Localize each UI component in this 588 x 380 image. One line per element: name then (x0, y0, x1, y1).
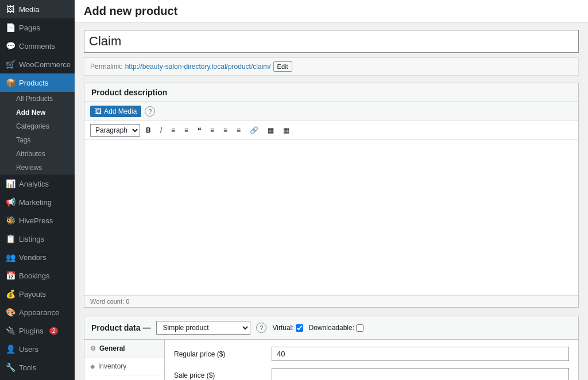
align-right-button[interactable]: ≡ (233, 125, 244, 136)
blockquote-button[interactable]: ❝ (194, 125, 204, 136)
sidebar-item-comments[interactable]: 💬 Comments (0, 37, 75, 55)
editor-footer: Word count: 0 (84, 295, 578, 307)
more-button[interactable]: ▦ (280, 125, 293, 136)
link-button[interactable]: 🔗 (246, 125, 262, 136)
marketing-icon: 📢 (6, 197, 15, 207)
product-data-panel: Product data — Simple product Grouped pr… (84, 316, 579, 380)
sidebar-item-users[interactable]: 👤 Users (0, 340, 75, 358)
product-type-select[interactable]: Simple product Grouped product External/… (156, 321, 250, 335)
permalink-bar: Permalink: http://beauty-salon-directory… (84, 57, 579, 76)
bold-button[interactable]: B (142, 125, 154, 136)
regular-price-row: Regular price ($) (174, 347, 569, 361)
analytics-icon: 📊 (6, 179, 15, 188)
sidebar-item-vendors[interactable]: 👥 Vendors (0, 248, 75, 266)
permalink-url[interactable]: http://beauty-salon-directory.local/prod… (125, 63, 271, 71)
sidebar-item-appearance[interactable]: 🎨 Appearance (0, 303, 75, 321)
sale-price-input[interactable] (272, 368, 569, 380)
tab-general[interactable]: ⚙ General (84, 340, 164, 358)
description-panel-header: Product description (84, 83, 578, 102)
sidebar-item-listings[interactable]: 📋 Listings (0, 230, 75, 248)
sidebar-item-bookings[interactable]: 📅 Bookings (0, 266, 75, 285)
ol-button[interactable]: ≡ (181, 125, 192, 136)
italic-button[interactable]: I (157, 125, 165, 136)
sidebar-item-media[interactable]: 🖼 Media (0, 0, 75, 18)
sidebar-item-tools[interactable]: 🔧 Tools (0, 358, 75, 377)
media-icon: 🖼 (6, 5, 15, 14)
payouts-icon: 💰 (6, 289, 15, 298)
bookings-icon: 📅 (6, 271, 15, 280)
virtual-checkbox-label: Virtual: (272, 324, 303, 332)
align-center-button[interactable]: ≡ (220, 125, 231, 136)
products-icon: 📦 (6, 78, 15, 87)
tab-inventory[interactable]: ◆ Inventory (84, 358, 164, 375)
page-title: Add new product (84, 5, 177, 18)
description-panel: Product description 🖼 Add Media ? Paragr… (84, 83, 579, 308)
plugins-badge: 2 (49, 327, 59, 335)
sidebar-item-payouts[interactable]: 💰 Payouts (0, 285, 75, 303)
permalink-edit-button[interactable]: Edit (273, 61, 292, 72)
sidebar-item-settings[interactable]: ⚙ Settings (0, 377, 75, 380)
paragraph-format-select[interactable]: Paragraph Heading 1 Heading 2 Heading 3 (90, 124, 140, 137)
appearance-icon: 🎨 (6, 308, 15, 317)
editor-body[interactable] (84, 140, 578, 295)
woocommerce-icon: 🛒 (6, 60, 15, 69)
virtual-checkbox[interactable] (296, 324, 303, 332)
product-data-tabs: ⚙ General ◆ Inventory 🔗 Linked Products (84, 340, 165, 380)
regular-price-input[interactable] (272, 347, 569, 361)
submenu-reviews[interactable]: Reviews (0, 161, 75, 175)
add-media-button[interactable]: 🖼 Add Media (90, 106, 141, 117)
ul-button[interactable]: ≡ (168, 125, 179, 136)
product-data-title: Product data — (91, 323, 150, 332)
comments-icon: 💬 (6, 41, 15, 51)
submenu-attributes[interactable]: Attributes (0, 147, 75, 161)
plugins-icon: 🔌 (6, 326, 15, 335)
sidebar-item-marketing[interactable]: 📢 Marketing (0, 193, 75, 211)
downloadable-checkbox[interactable] (356, 324, 363, 332)
product-data-help-icon[interactable]: ? (256, 323, 266, 333)
hivepress-icon: 🐝 (6, 216, 15, 225)
sidebar-item-plugins[interactable]: 🔌 Plugins 2 (0, 321, 75, 340)
description-help-icon[interactable]: ? (145, 106, 155, 117)
add-media-icon: 🖼 (95, 107, 102, 115)
sidebar-item-hivepress[interactable]: 🐝 HivePress (0, 211, 75, 230)
align-left-button[interactable]: ≡ (207, 125, 218, 136)
sidebar-item-pages[interactable]: 📄 Pages (0, 18, 75, 37)
submenu-all-products[interactable]: All Products (0, 92, 75, 106)
topbar: Add new product (75, 0, 588, 23)
sidebar-item-products[interactable]: 📦 Products (0, 73, 75, 92)
pages-icon: 📄 (6, 23, 15, 32)
product-data-content: Regular price ($) Sale price ($) (165, 340, 578, 380)
table-button[interactable]: ▦ (264, 125, 277, 136)
word-count: Word count: 0 (90, 298, 129, 305)
tools-icon: 🔧 (6, 363, 15, 372)
sale-price-label: Sale price ($) (174, 371, 266, 379)
inventory-tab-icon: ◆ (90, 363, 95, 370)
editor-toolbar: 🖼 Add Media ? (84, 102, 578, 121)
sidebar-item-woocommerce[interactable]: 🛒 WooCommerce (0, 55, 75, 73)
sale-price-row: Sale price ($) (174, 368, 569, 380)
listings-icon: 📋 (6, 234, 15, 243)
downloadable-checkbox-label: Downloadable: (309, 324, 363, 332)
content-area: Permalink: http://beauty-salon-directory… (75, 23, 588, 380)
products-submenu: All Products Add New Categories Tags Att… (0, 92, 75, 175)
sidebar-item-analytics[interactable]: 📊 Analytics (0, 175, 75, 193)
submenu-categories[interactable]: Categories (0, 119, 75, 133)
sidebar: 🖼 Media 📄 Pages 💬 Comments 🛒 WooCommerce… (0, 0, 75, 380)
general-tab-icon: ⚙ (90, 345, 96, 352)
regular-price-label: Regular price ($) (174, 350, 266, 358)
main-content: Add new product Permalink: http://beauty… (75, 0, 588, 380)
permalink-label: Permalink: (90, 63, 123, 71)
product-data-header: Product data — Simple product Grouped pr… (84, 316, 578, 340)
submenu-add-new[interactable]: Add New (0, 106, 75, 119)
vendors-icon: 👥 (6, 253, 15, 262)
product-title-input[interactable] (84, 30, 579, 53)
tab-linked-products[interactable]: 🔗 Linked Products (84, 375, 164, 380)
users-icon: 👤 (6, 344, 15, 354)
format-toolbar: Paragraph Heading 1 Heading 2 Heading 3 … (84, 121, 578, 140)
product-data-body: ⚙ General ◆ Inventory 🔗 Linked Products (84, 340, 578, 380)
submenu-tags[interactable]: Tags (0, 133, 75, 147)
